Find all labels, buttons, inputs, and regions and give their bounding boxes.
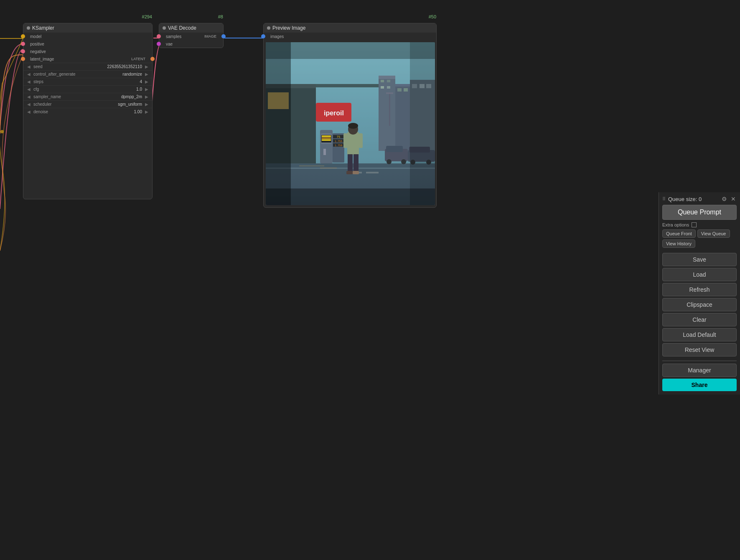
ksampler-id: #294 xyxy=(142,14,152,19)
svg-point-68 xyxy=(0,130,4,133)
share-button[interactable]: Share xyxy=(662,379,737,391)
ksampler-positive-port[interactable] xyxy=(21,42,25,46)
view-queue-button[interactable]: View Queue xyxy=(697,229,730,238)
load-button[interactable]: Load xyxy=(662,268,737,281)
queue-prompt-button[interactable]: Queue Prompt xyxy=(662,205,737,220)
close-icon[interactable]: ✕ xyxy=(730,196,737,202)
ksampler-steps-label: steps xyxy=(33,79,140,84)
extra-options-checkbox[interactable] xyxy=(692,222,697,227)
preview-title: Preview Image xyxy=(272,25,305,31)
vae-vae-port[interactable] xyxy=(157,42,161,46)
vae-samples-label: samples xyxy=(166,34,181,39)
ksampler-scheduler-left[interactable]: ◀ xyxy=(26,102,32,107)
ksampler-control-left[interactable]: ◀ xyxy=(26,72,32,76)
preview-images-row: images xyxy=(264,33,436,40)
ksampler-steps-value: 4 xyxy=(140,79,142,84)
ksampler-header: KSampler xyxy=(23,23,152,33)
ksampler-negative-label: negative xyxy=(30,49,46,54)
panel-header: ⠿ Queue size: 0 ⚙ ✕ xyxy=(662,196,737,202)
ksampler-latent-output-label: LATENT xyxy=(131,57,145,61)
vae-dot xyxy=(163,26,166,30)
ksampler-steps-right[interactable]: ▶ xyxy=(144,79,150,84)
manager-button[interactable]: Manager xyxy=(662,364,737,377)
vae-id: #8 xyxy=(218,14,223,19)
ksampler-title: KSampler xyxy=(32,25,54,31)
ksampler-control-row: ◀ control_after_generate randomize ▶ xyxy=(23,70,152,78)
preview-images-port[interactable] xyxy=(261,34,265,38)
ksampler-steps-left[interactable]: ◀ xyxy=(26,79,32,84)
view-history-button[interactable]: View History xyxy=(662,239,695,248)
ksampler-sampler-value: dpmpp_2m xyxy=(121,94,142,99)
ksampler-cfg-left[interactable]: ◀ xyxy=(26,87,32,92)
ksampler-sampler-label: sampler_name xyxy=(33,94,121,99)
canvas-area: #294 KSampler model positive negative la… xyxy=(0,0,740,560)
small-btn-row: Queue Front View Queue xyxy=(662,229,737,238)
svg-rect-67 xyxy=(266,188,435,205)
vae-output-label: IMAGE xyxy=(204,34,216,38)
svg-rect-64 xyxy=(266,42,291,205)
ksampler-model-label: model xyxy=(30,34,41,39)
ksampler-sampler-row: ◀ sampler_name dpmpp_2m ▶ xyxy=(23,93,152,100)
ksampler-seed-row: ◀ seed 226355261352110 ▶ xyxy=(23,63,152,70)
preview-image-display: iperoil 75 1.755 1.759 xyxy=(266,42,435,205)
ksampler-sampler-left[interactable]: ◀ xyxy=(26,94,32,99)
ksampler-denoise-left[interactable]: ◀ xyxy=(26,109,32,114)
ksampler-model-port[interactable] xyxy=(21,34,25,38)
ksampler-seed-label: seed xyxy=(33,64,107,69)
svg-rect-65 xyxy=(410,42,435,205)
reset-view-button[interactable]: Reset View xyxy=(662,343,737,356)
ksampler-latent-output-port[interactable] xyxy=(150,57,155,61)
ksampler-scheduler-row: ◀ scheduler sgm_uniform ▶ xyxy=(23,100,152,108)
ksampler-denoise-right[interactable]: ▶ xyxy=(144,109,150,114)
ksampler-latent-label: latent_image xyxy=(30,57,54,61)
ksampler-cfg-right[interactable]: ▶ xyxy=(144,87,150,92)
queue-front-button[interactable]: Queue Front xyxy=(662,229,696,238)
ksampler-control-right[interactable]: ▶ xyxy=(144,72,150,76)
gear-icon[interactable]: ⚙ xyxy=(721,196,727,202)
preview-id: #50 xyxy=(429,14,436,19)
ksampler-control-value: randomize xyxy=(122,72,142,76)
vae-vae-row: vae xyxy=(159,40,223,48)
ksampler-scheduler-right[interactable]: ▶ xyxy=(144,102,150,107)
ksampler-denoise-label: denoise xyxy=(33,109,134,114)
node-vae-decode: #8 VAE Decode samples IMAGE vae xyxy=(159,23,224,48)
ksampler-empty-space xyxy=(23,115,152,199)
vae-image-output-port[interactable] xyxy=(221,34,226,38)
ksampler-scheduler-value: sgm_uniform xyxy=(118,102,142,107)
ksampler-control-label: control_after_generate xyxy=(33,72,122,76)
ksampler-steps-row: ◀ steps 4 ▶ xyxy=(23,78,152,85)
ksampler-latent-port[interactable] xyxy=(21,57,25,61)
save-button[interactable]: Save xyxy=(662,253,737,266)
refresh-button[interactable]: Refresh xyxy=(662,283,737,296)
ksampler-seed-left[interactable]: ◀ xyxy=(26,64,32,69)
extra-options-label: Extra options xyxy=(662,222,689,227)
panel-divider xyxy=(662,361,737,361)
ksampler-cfg-row: ◀ cfg 1.0 ▶ xyxy=(23,85,152,93)
ksampler-seed-right[interactable]: ▶ xyxy=(144,64,150,69)
clear-button[interactable]: Clear xyxy=(662,313,737,326)
preview-header: Preview Image xyxy=(264,23,436,33)
vae-samples-row: samples IMAGE xyxy=(159,33,223,40)
ksampler-latent-row: latent_image LATENT xyxy=(23,55,152,63)
load-default-button[interactable]: Load Default xyxy=(662,328,737,341)
clipspace-button[interactable]: Clipspace xyxy=(662,298,737,311)
vae-samples-port[interactable] xyxy=(157,34,161,38)
ksampler-model-row: model xyxy=(23,33,152,40)
ksampler-negative-port[interactable] xyxy=(21,49,25,53)
svg-rect-63 xyxy=(266,42,435,205)
svg-rect-66 xyxy=(266,42,435,59)
ksampler-dot xyxy=(27,26,30,30)
ksampler-denoise-row: ◀ denoise 1.00 ▶ xyxy=(23,108,152,115)
preview-images-label: images xyxy=(270,34,284,39)
ksampler-positive-label: positive xyxy=(30,42,44,46)
preview-scene-svg: iperoil 75 1.755 1.759 xyxy=(266,42,435,205)
preview-dot xyxy=(267,26,270,30)
ksampler-sampler-right[interactable]: ▶ xyxy=(144,94,150,99)
ksampler-denoise-value: 1.00 xyxy=(134,109,142,114)
ksampler-seed-value: 226355261352110 xyxy=(107,64,142,69)
vae-header: VAE Decode xyxy=(159,23,223,33)
ksampler-cfg-label: cfg xyxy=(33,87,136,92)
ksampler-cfg-value: 1.0 xyxy=(136,87,142,92)
vae-vae-label: vae xyxy=(166,42,173,46)
ksampler-scheduler-label: scheduler xyxy=(33,102,118,107)
